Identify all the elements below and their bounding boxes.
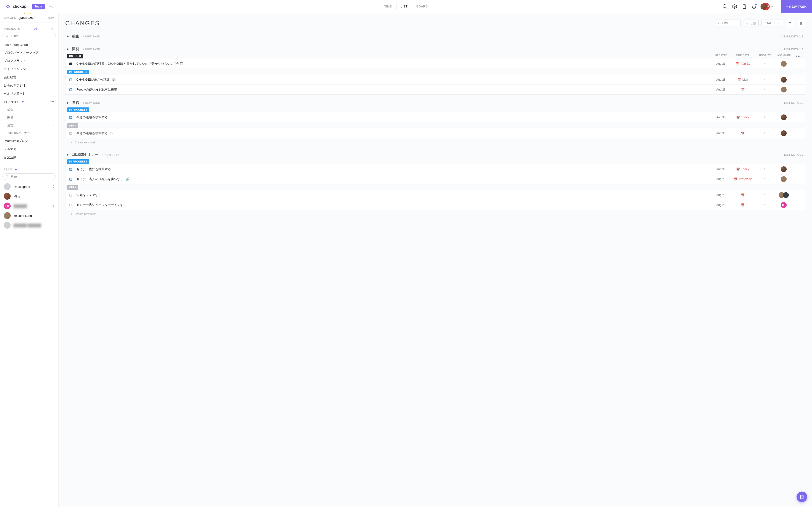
- add-icon[interactable]: +: [45, 100, 47, 104]
- status-square[interactable]: [69, 168, 72, 171]
- chevron-icon[interactable]: [67, 154, 69, 156]
- project-item[interactable]: ひらめきラジオ: [0, 81, 58, 90]
- filter-button[interactable]: [786, 19, 794, 27]
- project-item[interactable]: ブログクラウド: [0, 57, 58, 65]
- status-square[interactable]: [69, 89, 72, 91]
- task-row[interactable]: CHANGESの領収書にCHANGESと書かれてないので分かりづらいので対応 A…: [65, 59, 805, 69]
- chevron-icon[interactable]: [67, 48, 69, 50]
- task-row[interactable]: セミナー告知ページをデザインする Aug 28 📅 ⚑ HH: [65, 200, 805, 210]
- assignee-cell[interactable]: HH: [774, 202, 794, 208]
- team-filter-input[interactable]: [11, 175, 53, 178]
- list-details-link[interactable]: › LIST DETAILS: [782, 35, 803, 38]
- status-pill[interactable]: IN PROGRESS: [67, 107, 89, 112]
- me-toggle[interactable]: [744, 19, 759, 27]
- project-sub-item[interactable]: 開発3: [3, 114, 58, 121]
- due-cell[interactable]: 📅Mon: [730, 78, 755, 81]
- project-item[interactable]: ベルリン暮らし: [0, 90, 58, 98]
- project-item[interactable]: jMatsuzakiブログ: [0, 137, 58, 145]
- due-cell[interactable]: 📅Today: [730, 116, 755, 119]
- priority-cell[interactable]: ⚑: [755, 131, 774, 135]
- project-item[interactable]: CHANGES+•••: [0, 98, 58, 106]
- new-task-button[interactable]: + NEW TASK: [781, 0, 812, 13]
- status-pill[interactable]: OPEN: [67, 123, 78, 128]
- project-item[interactable]: TaskChute Cloud: [0, 41, 58, 49]
- team-item[interactable]: keisuke kanri4: [0, 211, 58, 220]
- new-task-link[interactable]: + NEW TASK: [102, 153, 119, 156]
- assignee-cell[interactable]: [774, 166, 794, 172]
- task-row[interactable]: セミナー購入の仕組みを実装する🔗 Aug 29 📅Yesterday ⚑: [65, 174, 805, 184]
- tab-board[interactable]: BOARD: [412, 3, 432, 10]
- status-square[interactable]: [69, 116, 72, 119]
- status-pill[interactable]: ON HOLD: [67, 54, 83, 58]
- list-details-link[interactable]: › LIST DETAILS: [782, 153, 803, 156]
- group-name[interactable]: 開発: [72, 47, 79, 51]
- due-cell[interactable]: 📅: [730, 193, 755, 197]
- task-filter[interactable]: [715, 19, 741, 27]
- search-icon[interactable]: [722, 4, 728, 9]
- assignee-cell[interactable]: [774, 114, 794, 120]
- task-row[interactable]: Feedlyの使い方を記事に投稿 Aug 23 📅 ⚑: [65, 85, 805, 95]
- status-pill[interactable]: IN PROGRESS: [67, 70, 89, 74]
- tab-list[interactable]: LIST: [396, 3, 412, 10]
- bell-icon[interactable]: [751, 4, 757, 9]
- project-filter-input[interactable]: [11, 34, 53, 38]
- project-item[interactable]: メルマガ: [0, 145, 58, 153]
- task-row[interactable]: 今週の連載を執筆する Aug 30 📅Today ⚑: [65, 113, 805, 122]
- assignee-cell[interactable]: [774, 176, 794, 182]
- save-view-button[interactable]: [797, 19, 805, 27]
- collapse-icon[interactable]: ⇤: [51, 27, 54, 31]
- priority-cell[interactable]: ⚑: [755, 193, 774, 197]
- chevron-icon[interactable]: [67, 36, 69, 38]
- status-pill[interactable]: OPEN: [67, 185, 78, 190]
- project-sub-item[interactable]: 181005セミナー4: [3, 129, 58, 137]
- project-sub-item[interactable]: 編集0: [3, 106, 58, 114]
- assignee-cell[interactable]: [774, 61, 794, 67]
- more-spaces[interactable]: 1 more: [46, 16, 54, 19]
- box-icon[interactable]: [732, 4, 737, 9]
- notepad-fab[interactable]: [797, 492, 807, 502]
- priority-cell[interactable]: ⚑: [755, 116, 774, 119]
- due-cell[interactable]: 📅Aug 21: [730, 62, 755, 66]
- add-team-icon[interactable]: +: [15, 168, 17, 171]
- team-pill[interactable]: Team: [32, 4, 45, 9]
- all-link[interactable]: All: [34, 27, 37, 31]
- list-details-link[interactable]: › LIST DETAILS: [782, 48, 803, 51]
- priority-cell[interactable]: ⚑: [755, 203, 774, 207]
- status-square[interactable]: [69, 62, 72, 65]
- task-filter-input[interactable]: [722, 21, 738, 25]
- assignee-cell[interactable]: [774, 77, 794, 82]
- task-row[interactable]: セミナー告知を執筆する Aug 30 📅Today ⚑: [65, 164, 805, 174]
- project-item[interactable]: 会社経営: [0, 73, 58, 81]
- status-dropdown[interactable]: STATUS: [761, 19, 783, 27]
- team-filter[interactable]: [2, 173, 56, 180]
- more-icon[interactable]: •••: [794, 54, 803, 58]
- project-sub-item[interactable]: 運営2: [3, 121, 58, 129]
- create-task-link[interactable]: +Create new task: [65, 210, 805, 218]
- logo[interactable]: clickup: [5, 4, 27, 9]
- priority-cell[interactable]: ⚑: [755, 78, 774, 81]
- task-row[interactable]: CHANGESの6月分精算1 Aug 28 📅Mon ⚑: [65, 75, 805, 85]
- user-menu[interactable]: J: [762, 3, 773, 10]
- priority-cell[interactable]: ⚑: [755, 88, 774, 91]
- bolt-icon[interactable]: ⚡: [28, 13, 33, 15]
- project-item[interactable]: 音楽活動: [0, 153, 58, 162]
- team-item[interactable]: Mine5: [0, 191, 58, 201]
- more-icon[interactable]: •••: [50, 100, 54, 104]
- space-name[interactable]: jMatsuzaki: [19, 16, 35, 19]
- due-cell[interactable]: 📅: [730, 131, 755, 135]
- status-pill[interactable]: IN PROGRESS: [67, 159, 89, 164]
- task-row[interactable]: 今週の連載を執筆する↻ Aug 30 📅 ⚑: [65, 128, 805, 138]
- team-item[interactable]: Unassigned0: [0, 182, 58, 191]
- task-row[interactable]: 告知をシェアする Aug 28 📅 ⚑: [65, 190, 805, 200]
- new-task-link[interactable]: + NEW TASK: [83, 35, 100, 38]
- list-details-link[interactable]: › LIST DETAILS: [782, 101, 803, 104]
- create-task-link[interactable]: +Create new task: [65, 138, 805, 147]
- team-item[interactable]: HH██████1: [0, 201, 58, 211]
- assignee-cell[interactable]: [774, 192, 794, 198]
- project-filter[interactable]: [2, 33, 56, 39]
- me-label[interactable]: Me: [49, 5, 53, 8]
- new-task-link[interactable]: + NEW TASK: [83, 48, 100, 51]
- project-item[interactable]: ライフエンジン: [0, 65, 58, 73]
- group-name[interactable]: 181005セミナー: [72, 152, 99, 157]
- status-square[interactable]: [69, 178, 72, 181]
